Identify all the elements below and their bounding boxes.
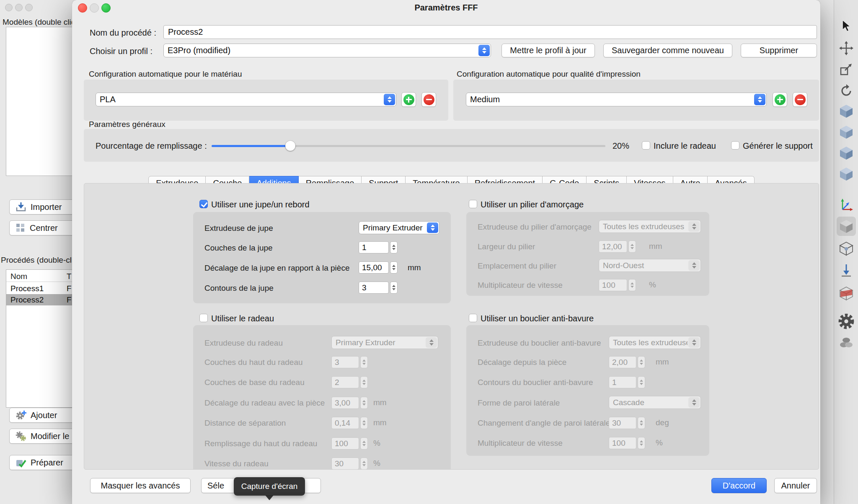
stepper-icon bbox=[638, 376, 645, 388]
shield-outlines-value: 1 bbox=[609, 376, 636, 388]
infill-slider[interactable] bbox=[212, 141, 605, 151]
chevron-updown-icon bbox=[754, 94, 765, 105]
material-select[interactable]: PLA bbox=[96, 93, 396, 106]
remove-material-button[interactable] bbox=[421, 92, 436, 107]
view-cube-4-icon[interactable] bbox=[837, 164, 856, 184]
shield-speed-value: 100 bbox=[609, 437, 636, 449]
use-ooze-shield-checkbox[interactable] bbox=[469, 314, 477, 322]
delete-profile-button[interactable]: Supprimer bbox=[741, 44, 817, 57]
slider-fill bbox=[212, 145, 290, 147]
edit-gears-icon bbox=[16, 431, 26, 442]
shield-shape-label: Forme de paroi latérale bbox=[478, 398, 560, 408]
raft-base-layers-spinner: 2 bbox=[331, 376, 368, 388]
include-raft-checkbox[interactable] bbox=[642, 141, 650, 150]
process-name-label: Nom du procédé : bbox=[90, 28, 156, 38]
raft-top-infill-spinner: 100 bbox=[331, 437, 368, 450]
chevron-updown-icon bbox=[688, 337, 700, 348]
cancel-button[interactable]: Annuler bbox=[774, 478, 817, 493]
use-skirt-checkbox[interactable] bbox=[199, 200, 208, 208]
select-settings-button-label: Séle bbox=[207, 481, 224, 491]
view-cube-1-icon[interactable] bbox=[837, 101, 856, 121]
add-material-button[interactable] bbox=[401, 92, 416, 107]
remove-quality-button[interactable] bbox=[793, 92, 807, 107]
generate-support-label: Générer le support bbox=[743, 141, 813, 151]
material-spools-icon[interactable] bbox=[837, 333, 856, 352]
rotate-tool[interactable] bbox=[837, 81, 856, 101]
skirt-extruder-label: Extrudeuse de jupe bbox=[204, 223, 273, 233]
pillar-speed-unit: % bbox=[649, 280, 656, 289]
shield-angle-value: 30 bbox=[609, 417, 636, 429]
skirt-offset-label: Décalage de la jupe en rapport à la pièc… bbox=[204, 263, 349, 273]
quality-select-value: Medium bbox=[466, 93, 753, 106]
coordinate-axes-tool[interactable] bbox=[837, 196, 856, 215]
stepper-icon bbox=[638, 356, 645, 368]
chevron-updown-icon bbox=[688, 397, 700, 408]
view-cube-3-icon[interactable] bbox=[837, 143, 856, 163]
skirt-offset-spinner[interactable]: 15,00 bbox=[359, 261, 398, 274]
close-button[interactable] bbox=[5, 4, 13, 11]
chevron-updown-icon bbox=[427, 222, 438, 233]
stepper-icon[interactable] bbox=[390, 282, 398, 294]
ok-button[interactable]: D'accord bbox=[711, 478, 767, 493]
raft-top-layers-spinner: 3 bbox=[331, 356, 368, 368]
raft-top-infill-unit: % bbox=[373, 439, 380, 448]
slider-thumb[interactable] bbox=[285, 141, 295, 151]
view-cube-2-icon[interactable] bbox=[837, 122, 856, 142]
include-raft-label: Inclure le radeau bbox=[654, 141, 716, 151]
dialog-title: Paramètres FFF bbox=[72, 3, 820, 13]
minus-icon bbox=[795, 94, 806, 105]
skirt-layers-spinner[interactable]: 1 bbox=[359, 241, 398, 253]
use-prime-pillar-checkbox[interactable] bbox=[469, 200, 477, 208]
material-panel: PLA bbox=[84, 80, 448, 121]
raft-top-layers-label: Couches du haut du radeau bbox=[204, 357, 303, 367]
pillar-location-value: Nord-Ouest bbox=[599, 259, 687, 271]
stepper-icon bbox=[360, 417, 368, 429]
gray-cube-tool[interactable] bbox=[837, 217, 856, 236]
chevron-updown-icon bbox=[688, 260, 700, 271]
cross-section-tool[interactable] bbox=[837, 284, 856, 303]
zoom-button[interactable] bbox=[25, 4, 33, 11]
drop-to-bed-tool[interactable] bbox=[837, 261, 856, 280]
generate-support-checkbox[interactable] bbox=[731, 141, 739, 150]
column-header-type[interactable]: T bbox=[67, 272, 72, 281]
raft-separation-label: Distance de séparation bbox=[204, 418, 286, 428]
add-quality-button[interactable] bbox=[773, 92, 787, 107]
skirt-extruder-select[interactable]: Primary Extruder bbox=[359, 221, 439, 234]
skirt-outlines-value[interactable]: 3 bbox=[359, 282, 389, 294]
select-tool[interactable] bbox=[837, 16, 856, 36]
pillar-speed-value: 100 bbox=[599, 279, 627, 291]
screenshot-tooltip: Capture d'écran bbox=[234, 477, 305, 496]
raft-speed-value: 30 bbox=[331, 457, 359, 470]
profile-select-value: E3Pro (modified) bbox=[164, 44, 478, 57]
minimize-button[interactable] bbox=[15, 4, 23, 11]
process-name-input[interactable] bbox=[163, 25, 817, 39]
stepper-icon[interactable] bbox=[390, 241, 398, 253]
scale-tool[interactable] bbox=[837, 59, 856, 79]
shield-extruder-label: Extrudeuse du bouclier anti-bavure bbox=[478, 338, 601, 348]
raft-extruder-select: Primary Extruder bbox=[331, 336, 438, 349]
raft-top-layers-value: 3 bbox=[331, 356, 359, 368]
raft-base-layers-label: Couches de base du radeau bbox=[204, 377, 305, 388]
skirt-offset-value[interactable]: 15,00 bbox=[359, 261, 389, 274]
hide-advanced-button[interactable]: Masquer les avancés bbox=[90, 478, 191, 493]
quality-select[interactable]: Medium bbox=[466, 93, 767, 106]
chevron-updown-icon bbox=[688, 221, 700, 232]
wireframe-cube-tool[interactable] bbox=[837, 239, 856, 258]
column-header-name[interactable]: Nom bbox=[10, 272, 27, 281]
shield-outlines-label: Contours du bouclier anti-bavure bbox=[478, 377, 593, 388]
use-raft-checkbox[interactable] bbox=[199, 314, 208, 322]
pillar-speed-spinner: 100 bbox=[599, 279, 636, 291]
update-profile-button[interactable]: Mettre le profil à jour bbox=[501, 44, 595, 57]
pillar-width-value: 12,00 bbox=[599, 240, 627, 253]
settings-gear-icon[interactable] bbox=[837, 312, 856, 331]
process-type: F bbox=[67, 284, 72, 293]
shield-extruder-value: Toutes les extrudeuses bbox=[609, 336, 687, 349]
stepper-icon[interactable] bbox=[390, 261, 398, 274]
save-as-new-button[interactable]: Sauvegarder comme nouveau bbox=[603, 44, 732, 57]
skirt-outlines-spinner[interactable]: 3 bbox=[359, 282, 398, 294]
move-tool[interactable] bbox=[837, 39, 856, 58]
stepper-icon bbox=[360, 376, 368, 388]
profile-select[interactable]: E3Pro (modified) bbox=[163, 44, 491, 57]
prepare-button-label: Préparer bbox=[31, 458, 63, 468]
skirt-layers-value[interactable]: 1 bbox=[359, 241, 389, 253]
